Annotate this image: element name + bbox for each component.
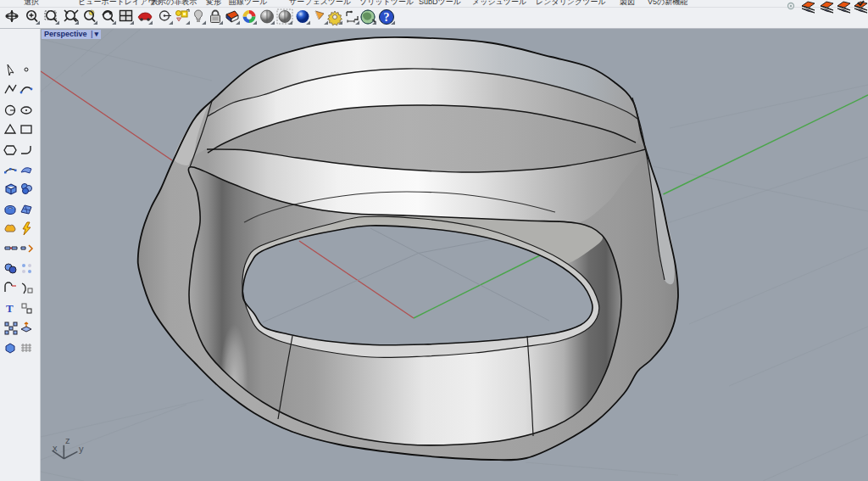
svg-text:T: T: [6, 302, 14, 315]
svg-text:z: z: [65, 435, 70, 445]
svg-text:y: y: [79, 444, 84, 454]
svg-text:?: ?: [384, 11, 390, 24]
svg-text:x: x: [53, 443, 58, 453]
